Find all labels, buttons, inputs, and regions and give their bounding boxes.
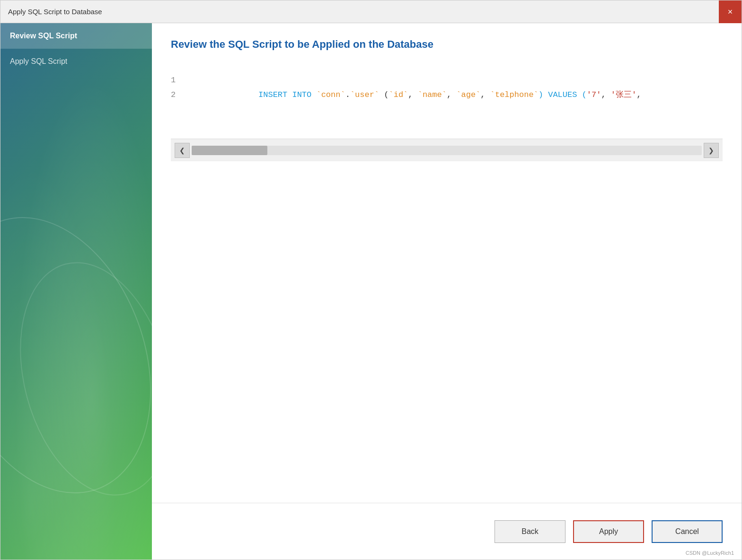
sidebar-item-label-apply: Apply SQL Script xyxy=(10,57,67,65)
right-arrow-icon: ❯ xyxy=(708,147,714,154)
dialog-title: Apply SQL Script to Database xyxy=(8,8,102,16)
sidebar-item-apply-sql-script[interactable]: Apply SQL Script xyxy=(0,49,152,74)
kw-comma4: , xyxy=(601,90,610,99)
sidebar-item-review-sql-script[interactable]: Review SQL Script xyxy=(0,23,152,49)
scroll-left-arrow[interactable]: ❮ xyxy=(175,143,190,158)
kw-insert: INSERT INTO xyxy=(258,90,316,99)
cancel-button[interactable]: Cancel xyxy=(652,520,723,543)
kw-val-name: '张三' xyxy=(611,90,636,99)
watermark: CSDN @LuckyRich1 xyxy=(686,550,734,556)
kw-table-schema: `conn` xyxy=(316,90,345,99)
sidebar-item-label-review: Review SQL Script xyxy=(10,32,77,40)
line-numbers: 1 2 xyxy=(171,73,191,131)
horizontal-scrollbar[interactable]: ❮ ❯ xyxy=(171,139,723,161)
kw-values: ) VALUES ( xyxy=(539,90,587,99)
sidebar: Review SQL Script Apply SQL Script xyxy=(0,23,152,560)
kw-col-age: `age` xyxy=(456,90,480,99)
scroll-track[interactable] xyxy=(192,146,702,155)
sidebar-decoration xyxy=(0,23,152,560)
code-area: 1 2 INSERT INTO `conn`.`user` (`id`, `na… xyxy=(171,73,723,131)
kw-trailing-comma: , xyxy=(636,90,641,99)
apply-button[interactable]: Apply xyxy=(573,520,644,543)
scroll-right-arrow[interactable]: ❯ xyxy=(704,143,719,158)
dialog-container: Apply SQL Script to Database × Review SQ… xyxy=(0,0,742,560)
content-panel: Review the SQL Script to be Applied on t… xyxy=(152,23,742,560)
content-title: Review the SQL Script to be Applied on t… xyxy=(171,38,723,51)
button-bar: Back Apply Cancel xyxy=(152,503,742,560)
main-content: Review SQL Script Apply SQL Script Revie… xyxy=(0,23,742,560)
kw-dot1: . xyxy=(345,90,350,99)
line-number-2: 2 xyxy=(171,88,176,103)
kw-comma3: , xyxy=(480,90,490,99)
kw-val-7: '7' xyxy=(587,90,601,99)
kw-comma2: , xyxy=(447,90,456,99)
sql-editor: 1 2 INSERT INTO `conn`.`user` (`id`, `na… xyxy=(152,62,742,503)
kw-table-name: `user` xyxy=(350,90,379,99)
kw-col-id: `id` xyxy=(389,90,408,99)
close-button[interactable]: × xyxy=(719,0,742,23)
kw-comma1: , xyxy=(408,90,417,99)
content-header: Review the SQL Script to be Applied on t… xyxy=(152,23,742,62)
line-number-1: 1 xyxy=(171,73,176,88)
kw-paren-open: ( xyxy=(379,90,389,99)
kw-col-name: `name` xyxy=(418,90,447,99)
title-bar: Apply SQL Script to Database × xyxy=(0,0,742,23)
kw-col-telphone: `telphone` xyxy=(490,90,539,99)
scroll-thumb[interactable] xyxy=(192,146,267,155)
code-content: INSERT INTO `conn`.`user` (`id`, `name`,… xyxy=(191,73,723,131)
code-line-2 xyxy=(191,117,723,131)
back-button[interactable]: Back xyxy=(495,520,565,543)
code-line-1: INSERT INTO `conn`.`user` (`id`, `name`,… xyxy=(191,73,723,117)
left-arrow-icon: ❮ xyxy=(179,147,185,154)
